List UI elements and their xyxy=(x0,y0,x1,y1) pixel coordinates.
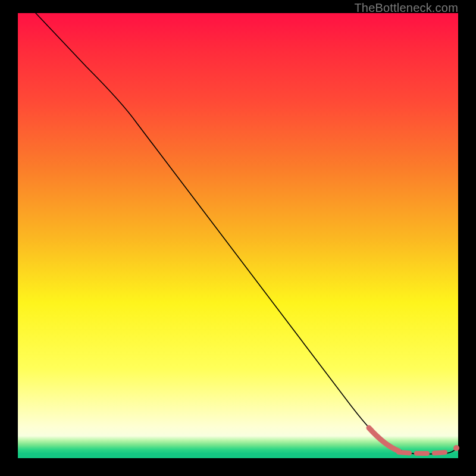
plot-area xyxy=(18,13,458,458)
curve-overlay xyxy=(18,13,458,458)
end-dot xyxy=(453,445,459,451)
highlight-steep-segment xyxy=(369,428,399,451)
chart-frame: TheBottleneck.com xyxy=(0,0,476,476)
highlight-flat-segment xyxy=(399,452,446,453)
bottleneck-curve xyxy=(36,13,458,454)
